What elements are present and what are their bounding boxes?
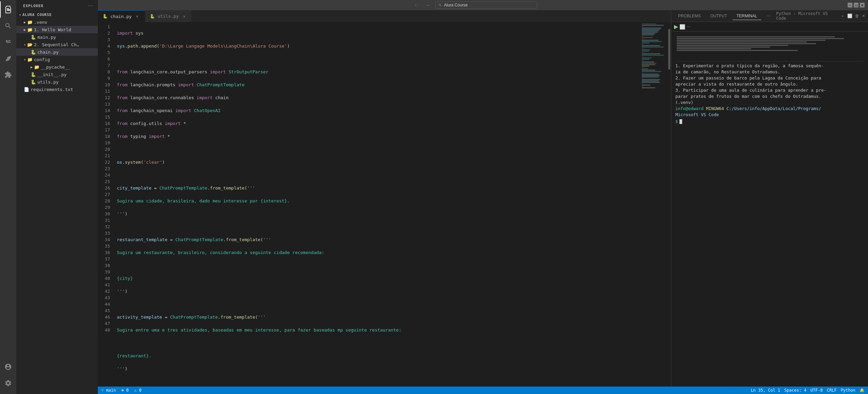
new-terminal-btn[interactable]: ＋ bbox=[840, 13, 845, 19]
terminal-text: ia de camarão, no Restaurante Ostradamus… bbox=[675, 69, 780, 75]
sidebar-header: EXPLORER ⋯ bbox=[16, 0, 98, 11]
vertical-scrollbar[interactable] bbox=[668, 22, 671, 387]
terminal-text: 3. Participar de uma aula de culinária p… bbox=[675, 87, 826, 93]
tab-terminal[interactable]: TERMINAL bbox=[732, 12, 761, 20]
terminal-instance-label: Python - Microsoft VS Code bbox=[776, 11, 838, 21]
tree-label: main.py bbox=[37, 35, 56, 40]
status-warnings[interactable]: ⚠ 0 bbox=[134, 388, 142, 393]
terminal-line: info@edward MINGW64 C:/Users/info/AppDat… bbox=[675, 106, 864, 112]
search-input[interactable] bbox=[444, 3, 534, 7]
terminal-line: 1. Experimentar o prato típico da região… bbox=[675, 63, 864, 69]
tree-item-sequential[interactable]: ▾ 📂 2. Sequential Chains and Output Par.… bbox=[16, 41, 98, 48]
tree-item-config[interactable]: ▾ 📁 config bbox=[16, 56, 98, 63]
tree-item-hello-world[interactable]: ▶ 📁 1. Hello World bbox=[16, 26, 98, 33]
line-numbers: 12345 678910 1112131415 1617181920 21222… bbox=[98, 22, 114, 387]
tab-python-icon: 🐍 bbox=[103, 14, 108, 19]
tab-chain-py[interactable]: 🐍 chain.py ✕ bbox=[98, 10, 145, 22]
tree-label: chain.py bbox=[37, 50, 59, 55]
tree-item-requirements[interactable]: 📄 requirements.txt bbox=[16, 86, 98, 93]
terminal-line: parar pratos de frutos do mar com os che… bbox=[675, 93, 864, 100]
tab-output[interactable]: OUTPUT bbox=[706, 12, 731, 20]
tree-item-utils-py-config[interactable]: 🐍 utils.py bbox=[16, 78, 98, 86]
terminal-path: C:/Users/info/AppData/Local/Programs/ bbox=[727, 106, 821, 112]
terminal-text: apreciar a vista do restaurante de outro… bbox=[675, 81, 798, 87]
python-file-icon: 🐍 bbox=[31, 35, 36, 40]
tree-project-root[interactable]: ▾ ALURA COURSE bbox=[16, 11, 98, 18]
status-spaces[interactable]: Spaces: 4 bbox=[784, 388, 807, 393]
tree-item-venv[interactable]: ▶ 📁 .venv bbox=[16, 18, 98, 26]
extensions-icon[interactable] bbox=[0, 67, 16, 83]
terminal-input-line: $ bbox=[675, 119, 864, 125]
nav-back-btn[interactable]: ← bbox=[412, 2, 421, 8]
code-line: Sugira entre uma e tres atividades, base… bbox=[117, 327, 640, 333]
kill-terminal-btn[interactable]: 🗑 bbox=[855, 14, 859, 18]
code-line bbox=[117, 172, 640, 178]
tree-item-main-py[interactable]: 🐍 main.py bbox=[16, 33, 98, 41]
tab-close-btn-2[interactable]: ✕ bbox=[181, 14, 187, 19]
tree-label: utils.py bbox=[37, 79, 59, 85]
code-line: from typing import * bbox=[117, 133, 640, 140]
nav-area: ← → bbox=[412, 1, 537, 9]
file-tree: ▾ ALURA COURSE ▶ 📁 .venv ▶ 📁 1. Hello Wo… bbox=[16, 11, 98, 394]
tree-item-init-py[interactable]: 🐍 __init__.py bbox=[16, 71, 98, 78]
tab-problems[interactable]: PROBLEMS bbox=[674, 12, 705, 20]
status-errors[interactable]: ⊗ 0 bbox=[121, 388, 129, 393]
folder-open-icon: 📂 bbox=[27, 42, 33, 47]
search-icon[interactable] bbox=[0, 18, 16, 34]
source-control-icon[interactable] bbox=[0, 34, 16, 50]
panel-area: PROBLEMS OUTPUT TERMINAL ⋯ Python - Micr… bbox=[671, 10, 868, 387]
scrollbar-thumb[interactable] bbox=[668, 29, 670, 70]
tab-utils-py[interactable]: 🐍 utils.py ✕ bbox=[145, 10, 192, 22]
tree-item-chain-py[interactable]: 🐍 chain.py bbox=[16, 48, 98, 56]
terminal-preview bbox=[675, 34, 864, 61]
terminal-content[interactable]: 1. Experimentar o prato típico da região… bbox=[671, 32, 868, 387]
status-language[interactable]: Python bbox=[841, 388, 855, 393]
explorer-icon[interactable] bbox=[0, 1, 16, 18]
code-editor[interactable]: 12345 678910 1112131415 1617181920 21222… bbox=[98, 22, 671, 387]
run-debug-icon[interactable] bbox=[0, 50, 16, 67]
code-line bbox=[117, 340, 640, 346]
terminal-program: MINGW64 bbox=[706, 106, 724, 112]
tab-close-btn[interactable]: ✕ bbox=[135, 14, 140, 19]
split-editor-btn[interactable]: ⬜ bbox=[679, 24, 685, 30]
code-line bbox=[117, 56, 640, 62]
terminal-text: parar pratos de frutos do mar com os che… bbox=[675, 93, 821, 100]
status-encoding[interactable]: UTF-8 bbox=[811, 388, 823, 393]
code-line: from langchain_openai import ChatOpenAI bbox=[117, 107, 640, 114]
terminal-sep2 bbox=[724, 106, 727, 112]
sidebar-more-btn[interactable]: ⋯ bbox=[87, 3, 94, 9]
terminal-line: (.venv) bbox=[675, 100, 864, 106]
split-terminal-btn[interactable]: ⬜ bbox=[847, 14, 852, 18]
terminal-prompt: $ bbox=[675, 119, 678, 125]
terminal-text: (.venv) bbox=[675, 100, 693, 106]
text-file-icon: 📄 bbox=[24, 87, 29, 92]
settings-icon[interactable] bbox=[0, 375, 16, 391]
status-bell-icon[interactable]: 🔔 bbox=[860, 388, 865, 393]
run-button[interactable]: ▶ bbox=[674, 23, 678, 30]
status-branch[interactable]: ⑂ main bbox=[101, 388, 116, 393]
tab-more[interactable]: ⋯ bbox=[763, 12, 775, 20]
run-controls: ▶ ⬜ ⋯ bbox=[671, 22, 868, 32]
terminal-user: info@edward bbox=[675, 106, 704, 112]
tree-label: 1. Hello World bbox=[34, 27, 71, 32]
maximize-btn[interactable]: ▭ bbox=[854, 3, 858, 7]
account-icon[interactable] bbox=[0, 359, 16, 375]
search-bar[interactable] bbox=[435, 1, 537, 9]
nav-forward-btn[interactable]: → bbox=[424, 2, 432, 8]
terminal-line: apreciar a vista do restaurante de outro… bbox=[675, 81, 864, 87]
status-position[interactable]: Ln 35, Col 1 bbox=[751, 388, 780, 393]
minimize-btn[interactable]: ─ bbox=[848, 3, 852, 7]
code-line: Sugira uma cidade, brasileira, dado meu … bbox=[117, 198, 640, 204]
code-line bbox=[117, 301, 640, 307]
code-line: {restaurant}. bbox=[117, 353, 640, 359]
more-run-options-btn[interactable]: ⋯ bbox=[687, 24, 691, 29]
terminal-cursor bbox=[679, 119, 682, 124]
status-eol[interactable]: CRLF bbox=[827, 388, 837, 393]
status-bar: ⑂ main ⊗ 0 ⚠ 0 Ln 35, Col 1 Spaces: 4 UT… bbox=[98, 387, 868, 394]
tree-item-pycache[interactable]: ▶ 📁 __pycache__ bbox=[16, 63, 98, 71]
activity-bar bbox=[0, 0, 16, 394]
terminal-text: 1. Experimentar o prato típico da região… bbox=[675, 63, 824, 69]
code-content[interactable]: import sys sys.path.append('D:\Large Lan… bbox=[114, 22, 640, 387]
close-btn[interactable]: ✕ bbox=[860, 3, 865, 7]
panel-close-btn[interactable]: ✕ bbox=[862, 14, 865, 18]
